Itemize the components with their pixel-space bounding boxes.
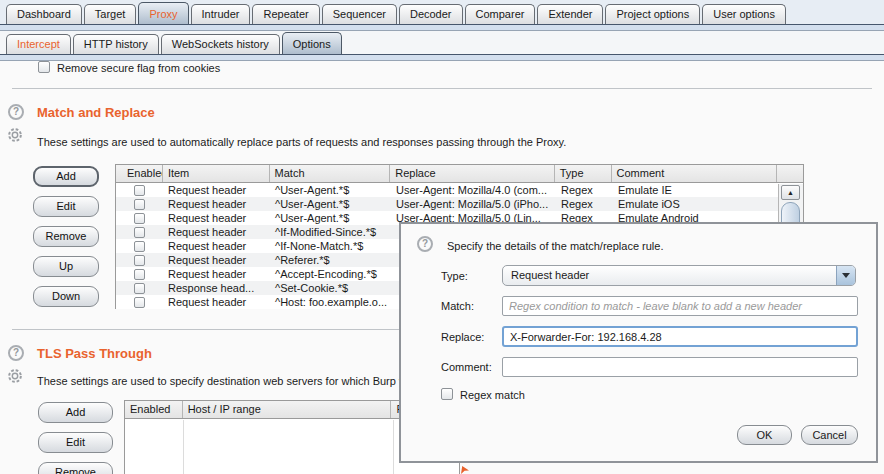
- row-enabled-checkbox[interactable]: [134, 227, 145, 238]
- enabled-cell: [116, 239, 163, 253]
- comment-cell: Emulate iOS: [613, 197, 779, 211]
- help-icon[interactable]: ?: [8, 345, 24, 361]
- match-cell: ^If-None-Match.*$: [270, 239, 391, 253]
- sub-tab-options[interactable]: Options: [282, 32, 342, 54]
- replace-input[interactable]: [502, 326, 858, 347]
- match-replace-row[interactable]: Request header^User-Agent.*$User-Agent: …: [116, 183, 803, 197]
- help-icon[interactable]: ?: [8, 104, 24, 120]
- main-tab-extender[interactable]: Extender: [537, 4, 603, 24]
- replace-cell: User-Agent: Mozilla/5.0 (iPho...: [391, 197, 556, 211]
- main-tab-project-options[interactable]: Project options: [605, 4, 700, 24]
- dropdown-button[interactable]: [836, 266, 855, 285]
- match-label: Match:: [441, 300, 474, 312]
- sub-tab-strip: InterceptHTTP historyWebSockets historyO…: [0, 31, 884, 54]
- enabled-cell: [116, 267, 163, 281]
- column-header-replace[interactable]: Replace: [390, 165, 555, 182]
- main-tab-bar: DashboardTargetProxyIntruderRepeaterSequ…: [6, 2, 786, 24]
- match-replace-row[interactable]: Request header^User-Agent.*$User-Agent: …: [116, 197, 803, 211]
- enabled-cell: [116, 253, 163, 267]
- enabled-cell: [116, 295, 163, 309]
- column-header-item[interactable]: Item: [163, 165, 270, 182]
- table-grid-line: [393, 420, 394, 474]
- main-tab-dashboard[interactable]: Dashboard: [6, 4, 82, 24]
- match-replace-rule-dialog: ? Specify the details of the match/repla…: [399, 222, 878, 463]
- enabled-cell: [116, 211, 163, 225]
- cancel-button[interactable]: Cancel: [801, 425, 858, 445]
- comment-input[interactable]: [502, 357, 858, 377]
- comment-label: Comment:: [441, 361, 492, 373]
- main-tab-comparer[interactable]: Comparer: [465, 4, 536, 24]
- replace-label: Replace:: [441, 331, 484, 343]
- divider-band-sub: [0, 54, 884, 61]
- match-cell: ^Accept-Encoding.*$: [270, 267, 391, 281]
- match-cell: ^Set-Cookie.*$: [270, 281, 391, 295]
- tls-edit-button[interactable]: Edit: [38, 432, 113, 453]
- type-cell: Regex: [556, 197, 613, 211]
- match-cell: ^Host: foo.example.o...: [270, 295, 391, 309]
- type-label: Type:: [441, 270, 468, 282]
- enabled-cell: [116, 225, 163, 239]
- match-cell: ^User-Agent.*$: [270, 211, 391, 225]
- column-header-host-ip-range[interactable]: Host / IP range: [183, 401, 392, 418]
- sub-tab-bar: InterceptHTTP historyWebSockets historyO…: [6, 32, 342, 54]
- main-tab-proxy[interactable]: Proxy: [138, 2, 188, 24]
- row-enabled-checkbox[interactable]: [134, 199, 145, 210]
- main-tab-repeater[interactable]: Repeater: [252, 4, 319, 24]
- enabled-cell: [116, 183, 163, 197]
- sub-tab-http-history[interactable]: HTTP history: [73, 34, 159, 54]
- replace-cell: User-Agent: Mozilla/4.0 (com...: [391, 183, 556, 197]
- match-input[interactable]: [502, 296, 858, 316]
- type-dropdown[interactable]: Request header: [502, 265, 856, 286]
- comment-cell: Emulate IE: [613, 183, 779, 197]
- row-enabled-checkbox[interactable]: [134, 283, 145, 294]
- divider-band-top: [0, 24, 884, 31]
- row-enabled-checkbox[interactable]: [134, 213, 145, 224]
- tls-remove-button[interactable]: Remove: [38, 462, 113, 474]
- main-tab-target[interactable]: Target: [84, 4, 137, 24]
- regex-match-label: Regex match: [460, 389, 525, 401]
- type-dropdown-value: Request header: [511, 269, 589, 281]
- column-header-enabled[interactable]: Enabled: [125, 401, 183, 418]
- gear-icon[interactable]: [6, 126, 24, 144]
- match-replace-table-header: EnabledItemMatchReplaceTypeComment: [116, 165, 803, 183]
- match-replace-add-button[interactable]: Add: [33, 166, 99, 187]
- row-enabled-checkbox[interactable]: [134, 255, 145, 266]
- match-cell: ^If-Modified-Since.*$: [270, 225, 391, 239]
- gear-icon[interactable]: [6, 367, 24, 385]
- chevron-down-icon: [842, 273, 850, 278]
- match-replace-edit-button[interactable]: Edit: [33, 196, 99, 217]
- row-enabled-checkbox[interactable]: [134, 297, 145, 308]
- row-enabled-checkbox[interactable]: [134, 185, 145, 196]
- main-tab-sequencer[interactable]: Sequencer: [322, 4, 397, 24]
- main-tab-strip: DashboardTargetProxyIntruderRepeaterSequ…: [0, 0, 884, 24]
- column-header-comment[interactable]: Comment: [612, 165, 778, 182]
- tls-pass-through-title: TLS Pass Through: [37, 346, 152, 361]
- section-divider: [12, 88, 872, 89]
- match-cell: ^User-Agent.*$: [270, 197, 391, 211]
- tls-add-button[interactable]: Add: [38, 402, 113, 423]
- column-header-match[interactable]: Match: [270, 165, 391, 182]
- match-cell: ^User-Agent.*$: [270, 183, 391, 197]
- row-enabled-checkbox[interactable]: [134, 241, 145, 252]
- main-tab-decoder[interactable]: Decoder: [399, 4, 463, 24]
- match-replace-down-button[interactable]: Down: [33, 286, 99, 307]
- question-icon: ?: [417, 236, 433, 252]
- scroll-up-arrow-icon[interactable]: ▲: [781, 185, 800, 200]
- ok-button[interactable]: OK: [737, 425, 792, 445]
- match-replace-description: These settings are used to automatically…: [37, 136, 566, 148]
- item-cell: Request header: [163, 211, 270, 225]
- column-header-scroll[interactable]: [777, 165, 803, 182]
- main-tab-user-options[interactable]: User options: [702, 4, 786, 24]
- row-enabled-checkbox[interactable]: [134, 269, 145, 280]
- sub-tab-intercept[interactable]: Intercept: [6, 34, 71, 54]
- sub-tab-websockets-history[interactable]: WebSockets history: [161, 34, 280, 54]
- match-replace-remove-button[interactable]: Remove: [33, 226, 99, 247]
- column-header-enabled[interactable]: Enabled: [116, 165, 163, 182]
- item-cell: Request header: [163, 295, 270, 309]
- main-tab-intruder[interactable]: Intruder: [191, 4, 251, 24]
- dialog-title: Specify the details of the match/replace…: [447, 240, 663, 252]
- regex-match-checkbox[interactable]: [441, 388, 453, 400]
- match-replace-up-button[interactable]: Up: [33, 256, 99, 277]
- remove-secure-flag-checkbox[interactable]: [38, 61, 50, 73]
- column-header-type[interactable]: Type: [555, 165, 612, 182]
